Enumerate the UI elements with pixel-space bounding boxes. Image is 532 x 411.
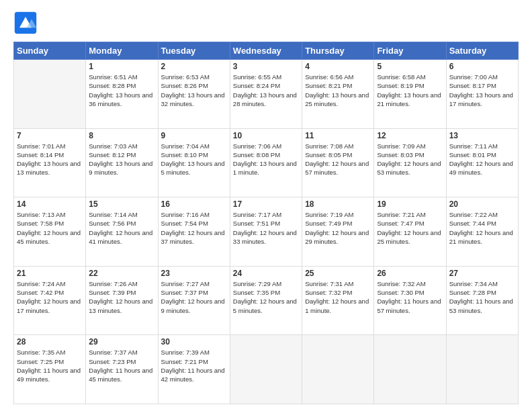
week-row-5: 28Sunrise: 7:35 AMSunset: 7:25 PMDayligh… [14,335,519,404]
day-cell: 5Sunrise: 6:58 AMSunset: 8:19 PMDaylight… [374,60,446,129]
weekday-header-tuesday: Tuesday [158,42,230,60]
day-info: Sunrise: 7:34 AMSunset: 7:28 PMDaylight:… [449,279,515,315]
day-info: Sunrise: 7:17 AMSunset: 7:51 PMDaylight:… [233,210,299,246]
day-info: Sunrise: 7:21 AMSunset: 7:47 PMDaylight:… [377,210,443,246]
day-info: Sunrise: 7:35 AMSunset: 7:25 PMDaylight:… [17,348,83,383]
day-number: 19 [377,199,443,209]
logo [13,11,42,35]
weekday-header-monday: Monday [86,42,158,60]
week-row-1: 1Sunrise: 6:51 AMSunset: 8:28 PMDaylight… [14,60,519,129]
day-cell: 28Sunrise: 7:35 AMSunset: 7:25 PMDayligh… [14,335,86,404]
day-info: Sunrise: 6:56 AMSunset: 8:21 PMDaylight:… [305,73,371,108]
day-number: 27 [449,269,515,278]
day-info: Sunrise: 7:13 AMSunset: 7:58 PMDaylight:… [17,210,83,246]
day-number: 2 [161,62,227,71]
day-info: Sunrise: 6:51 AMSunset: 8:28 PMDaylight:… [89,73,154,108]
day-cell: 15Sunrise: 7:14 AMSunset: 7:56 PMDayligh… [86,197,158,267]
day-info: Sunrise: 7:29 AMSunset: 7:35 PMDaylight:… [233,279,299,315]
day-cell: 6Sunrise: 7:00 AMSunset: 8:17 PMDaylight… [446,60,518,129]
day-cell: 30Sunrise: 7:39 AMSunset: 7:21 PMDayligh… [158,335,230,404]
day-info: Sunrise: 7:03 AMSunset: 8:12 PMDaylight:… [89,142,154,177]
weekday-header-sunday: Sunday [14,42,86,60]
day-number: 30 [161,337,227,347]
day-cell: 23Sunrise: 7:27 AMSunset: 7:37 PMDayligh… [158,266,230,335]
day-number: 5 [377,62,443,71]
weekday-header-friday: Friday [374,42,446,60]
day-cell: 7Sunrise: 7:01 AMSunset: 8:14 PMDaylight… [14,128,86,197]
day-info: Sunrise: 7:06 AMSunset: 8:08 PMDaylight:… [233,142,299,177]
day-cell: 12Sunrise: 7:09 AMSunset: 8:03 PMDayligh… [374,128,446,197]
weekday-header-thursday: Thursday [302,42,374,60]
day-cell: 14Sunrise: 7:13 AMSunset: 7:58 PMDayligh… [14,197,86,267]
day-cell: 17Sunrise: 7:17 AMSunset: 7:51 PMDayligh… [230,197,302,267]
day-number: 1 [89,62,154,71]
day-number: 10 [233,131,299,140]
day-cell: 3Sunrise: 6:55 AMSunset: 8:24 PMDaylight… [230,60,302,129]
day-cell: 27Sunrise: 7:34 AMSunset: 7:28 PMDayligh… [446,266,518,335]
day-number: 14 [17,199,83,209]
day-info: Sunrise: 7:26 AMSunset: 7:39 PMDaylight:… [89,279,154,315]
weekday-header-row: SundayMondayTuesdayWednesdayThursdayFrid… [14,42,519,60]
day-number: 26 [377,269,443,278]
day-number: 8 [89,131,154,140]
week-row-4: 21Sunrise: 7:24 AMSunset: 7:42 PMDayligh… [14,266,519,335]
day-info: Sunrise: 7:19 AMSunset: 7:49 PMDaylight:… [305,210,371,246]
day-info: Sunrise: 7:39 AMSunset: 7:21 PMDaylight:… [161,348,227,383]
day-info: Sunrise: 7:04 AMSunset: 8:10 PMDaylight:… [161,142,227,177]
day-number: 22 [89,269,154,278]
day-cell: 8Sunrise: 7:03 AMSunset: 8:12 PMDaylight… [86,128,158,197]
day-cell: 4Sunrise: 6:56 AMSunset: 8:21 PMDaylight… [302,60,374,129]
day-cell: 25Sunrise: 7:31 AMSunset: 7:32 PMDayligh… [302,266,374,335]
day-number: 25 [305,269,371,278]
day-info: Sunrise: 7:22 AMSunset: 7:44 PMDaylight:… [449,210,515,246]
day-cell: 20Sunrise: 7:22 AMSunset: 7:44 PMDayligh… [446,197,518,267]
day-number: 21 [17,269,83,278]
day-number: 18 [305,199,371,209]
day-number: 24 [233,269,299,278]
day-number: 9 [161,131,227,140]
logo-icon [13,11,38,35]
day-number: 28 [17,337,83,347]
day-number: 11 [305,131,371,140]
day-cell: 1Sunrise: 6:51 AMSunset: 8:28 PMDaylight… [86,60,158,129]
day-number: 4 [305,62,371,71]
day-cell: 9Sunrise: 7:04 AMSunset: 8:10 PMDaylight… [158,128,230,197]
week-row-3: 14Sunrise: 7:13 AMSunset: 7:58 PMDayligh… [14,197,519,267]
day-cell [14,60,86,129]
day-info: Sunrise: 7:16 AMSunset: 7:54 PMDaylight:… [161,210,227,246]
day-number: 7 [17,131,83,140]
day-info: Sunrise: 7:09 AMSunset: 8:03 PMDaylight:… [377,142,443,177]
day-info: Sunrise: 7:27 AMSunset: 7:37 PMDaylight:… [161,279,227,315]
day-cell: 16Sunrise: 7:16 AMSunset: 7:54 PMDayligh… [158,197,230,267]
day-cell: 29Sunrise: 7:37 AMSunset: 7:23 PMDayligh… [86,335,158,404]
day-cell [374,335,446,404]
day-info: Sunrise: 6:55 AMSunset: 8:24 PMDaylight:… [233,73,299,108]
day-cell: 22Sunrise: 7:26 AMSunset: 7:39 PMDayligh… [86,266,158,335]
day-info: Sunrise: 7:31 AMSunset: 7:32 PMDaylight:… [305,279,371,315]
day-cell: 19Sunrise: 7:21 AMSunset: 7:47 PMDayligh… [374,197,446,267]
day-info: Sunrise: 7:37 AMSunset: 7:23 PMDaylight:… [89,348,154,383]
day-cell: 10Sunrise: 7:06 AMSunset: 8:08 PMDayligh… [230,128,302,197]
day-number: 15 [89,199,154,209]
day-number: 13 [449,131,515,140]
day-number: 20 [449,199,515,209]
day-number: 12 [377,131,443,140]
day-cell [230,335,302,404]
day-number: 29 [89,337,154,347]
day-info: Sunrise: 6:53 AMSunset: 8:26 PMDaylight:… [161,73,227,108]
day-info: Sunrise: 7:08 AMSunset: 8:05 PMDaylight:… [305,142,371,177]
day-cell: 13Sunrise: 7:11 AMSunset: 8:01 PMDayligh… [446,128,518,197]
day-cell: 21Sunrise: 7:24 AMSunset: 7:42 PMDayligh… [14,266,86,335]
day-number: 16 [161,199,227,209]
day-cell: 2Sunrise: 6:53 AMSunset: 8:26 PMDaylight… [158,60,230,129]
calendar-table: SundayMondayTuesdayWednesdayThursdayFrid… [13,42,519,404]
weekday-header-saturday: Saturday [446,42,518,60]
day-cell: 11Sunrise: 7:08 AMSunset: 8:05 PMDayligh… [302,128,374,197]
day-number: 6 [449,62,515,71]
day-number: 17 [233,199,299,209]
day-info: Sunrise: 7:01 AMSunset: 8:14 PMDaylight:… [17,142,83,177]
week-row-2: 7Sunrise: 7:01 AMSunset: 8:14 PMDaylight… [14,128,519,197]
day-info: Sunrise: 7:00 AMSunset: 8:17 PMDaylight:… [449,73,515,108]
day-info: Sunrise: 6:58 AMSunset: 8:19 PMDaylight:… [377,73,443,108]
day-number: 23 [161,269,227,278]
